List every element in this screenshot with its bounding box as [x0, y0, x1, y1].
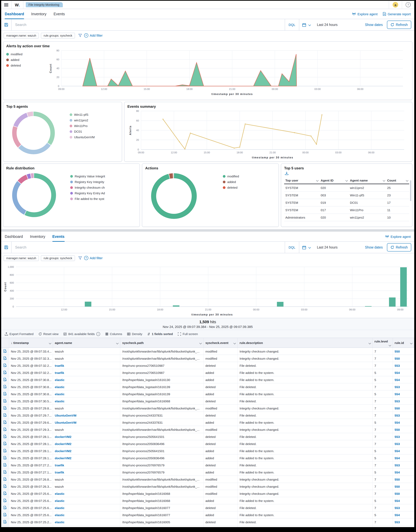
cell-rule-id[interactable]: 550 — [393, 426, 414, 433]
cell-timestamp[interactable]: Nov 25, 2025 @ 09:07:32.3... — [9, 355, 53, 362]
cell-timestamp[interactable]: Nov 25, 2025 @ 09:07:28.1... — [9, 433, 53, 440]
cell-rule-id[interactable]: 550 — [393, 483, 414, 490]
legend-item[interactable]: Registry Value Integrit — [70, 174, 105, 178]
inspect-row-button[interactable] — [1, 497, 9, 504]
inspect-row-button[interactable] — [1, 369, 9, 376]
col-agent-name[interactable]: Agent name — [349, 177, 386, 184]
cell-timestamp[interactable]: Nov 25, 2025 @ 09:07:25.6... — [9, 490, 53, 497]
tab-inventory[interactable]: Inventory — [30, 232, 45, 241]
inspect-row-button[interactable] — [1, 461, 9, 469]
cell-timestamp[interactable]: Nov 25, 2025 @ 09:07:28.1... — [9, 454, 53, 461]
legend-item[interactable]: Registry Key Entry Ad — [70, 191, 105, 195]
cell-timestamp[interactable]: Nov 25, 2025 @ 09:07:29.7... — [9, 412, 53, 419]
legend-item[interactable]: Registry Key Integrity — [70, 180, 105, 184]
cell-agent-name[interactable]: wazuh — [53, 525, 120, 527]
col-timestamp[interactable]: ↓timestamp — [9, 338, 53, 348]
cell-agent-name[interactable]: traefik — [53, 469, 120, 476]
col-top-user[interactable]: Top user — [284, 177, 320, 184]
cell-rule-id[interactable]: 554 — [393, 376, 414, 383]
cell-agent-name[interactable]: dockerVM2 — [53, 447, 120, 454]
filter-pill[interactable]: rule.groups: syscheck — [41, 255, 75, 261]
tab-events[interactable]: Events — [54, 9, 65, 19]
explore-agent-link[interactable]: Explore agent — [385, 235, 411, 238]
table-row[interactable]: SYSTEM 003 Win11-pfS 23 — [284, 191, 409, 199]
cell-agent-name[interactable]: wazuh — [53, 483, 120, 490]
cell-agent-name[interactable]: elastic — [53, 398, 120, 405]
cell-rule-id[interactable]: 553 — [393, 433, 414, 440]
cell-agent-name[interactable]: elastic — [53, 504, 120, 511]
cell-rule-id[interactable]: 553 — [393, 383, 414, 390]
cell-rule-id[interactable]: 550 — [393, 476, 414, 483]
cell-rule-id[interactable]: 553 — [393, 440, 414, 447]
inspect-row-button[interactable] — [1, 504, 9, 511]
cell-agent-name[interactable]: wazuh — [53, 348, 120, 355]
legend-item[interactable]: win11pro2 — [70, 118, 95, 122]
cell-timestamp[interactable]: Nov 25, 2025 @ 09:07:30.5... — [9, 398, 53, 405]
cell-rule-id[interactable]: 550 — [393, 355, 414, 362]
available-fields-button[interactable]: 841 available fields i — [64, 332, 100, 336]
inspect-row-button[interactable] — [1, 490, 9, 497]
search-input[interactable] — [11, 19, 285, 30]
col-rule-description[interactable]: rule.description — [238, 338, 372, 348]
cell-agent-name[interactable]: traefik — [53, 369, 120, 376]
legend-item[interactable]: File added to the syst — [70, 197, 105, 200]
legend-item[interactable]: deleted — [6, 64, 48, 67]
export-formatted-button[interactable]: Export Formatted — [5, 332, 33, 336]
filter-pill[interactable]: manager.name: wazuh — [4, 255, 39, 261]
col-agent-id[interactable]: Agent ID — [320, 177, 349, 184]
cell-agent-name[interactable]: wazuh — [53, 355, 120, 362]
cell-timestamp[interactable]: Nov 25, 2025 @ 09:07:32.2... — [9, 362, 53, 369]
inspect-row-button[interactable] — [1, 469, 9, 476]
generate-report-link[interactable]: Generate report — [383, 12, 411, 16]
time-range-value[interactable]: Last 24 hours — [313, 242, 365, 253]
columns-button[interactable]: Columns — [105, 332, 122, 336]
inspect-row-button[interactable] — [1, 405, 9, 412]
legend-item[interactable]: UbuntuGenVM — [70, 135, 95, 139]
tab-dashboard[interactable]: Dashboard — [5, 9, 24, 19]
inspect-row-button[interactable] — [1, 376, 9, 383]
save-query-icon[interactable] — [1, 19, 11, 30]
cell-timestamp[interactable]: Nov 25, 2025 @ 09:07:25.6... — [9, 504, 53, 511]
cell-timestamp[interactable]: Nov 25, 2025 @ 09:07:28.1... — [9, 447, 53, 454]
cell-rule-id[interactable]: 554 — [393, 511, 414, 518]
inspect-row-button[interactable] — [1, 511, 9, 518]
help-icon[interactable]: ? — [406, 2, 411, 7]
col-syscheck-path[interactable]: syscheck.path — [120, 338, 203, 348]
cell-rule-id[interactable]: 554 — [393, 497, 414, 504]
cell-timestamp[interactable]: Nov 25, 2025 @ 09:07:29.3... — [9, 426, 53, 433]
cell-agent-name[interactable]: elastic — [53, 497, 120, 504]
cell-agent-name[interactable]: elastic — [53, 376, 120, 383]
inspect-row-button[interactable] — [1, 454, 9, 461]
cell-rule-id[interactable]: 554 — [393, 419, 414, 426]
filter-funnel-icon[interactable] — [78, 256, 82, 260]
col-count[interactable]: Count — [386, 177, 409, 184]
inspect-row-button[interactable] — [1, 398, 9, 405]
wazuh-logo[interactable]: W. — [11, 2, 23, 7]
cell-agent-name[interactable]: traefik — [53, 362, 120, 369]
cell-agent-name[interactable]: wazuh — [53, 405, 120, 412]
cell-rule-id[interactable]: 553 — [393, 504, 414, 511]
inspect-row-button[interactable] — [1, 447, 9, 454]
cell-agent-name[interactable]: elastic — [53, 490, 120, 497]
show-dates-link[interactable]: Show dates — [365, 19, 387, 30]
cell-timestamp[interactable]: Nov 25, 2025 @ 09:07:25.6... — [9, 497, 53, 504]
cell-rule-id[interactable]: 554 — [393, 447, 414, 454]
cell-rule-id[interactable]: 553 — [393, 461, 414, 469]
cell-timestamp[interactable]: Nov 25, 2025 @ 09:07:33.4... — [9, 348, 53, 355]
avatar[interactable]: a — [393, 2, 398, 8]
inspect-row-button[interactable] — [1, 383, 9, 390]
search-input[interactable] — [11, 242, 285, 253]
legend-item[interactable]: Win11Pro — [70, 124, 95, 128]
agents-donut-chart[interactable] — [11, 111, 55, 155]
col-rule-level[interactable]: rule.level — [372, 338, 393, 348]
tab-dashboard[interactable]: Dashboard — [5, 232, 23, 241]
date-picker-icon[interactable] — [299, 242, 313, 253]
filter-pill[interactable]: rule.groups: syscheck — [41, 33, 75, 38]
inspect-row-button[interactable] — [1, 433, 9, 440]
explore-agent-link[interactable]: Explore agent — [352, 12, 378, 16]
cell-rule-id[interactable]: 550 — [393, 405, 414, 412]
cell-rule-id[interactable]: 553 — [393, 362, 414, 369]
cell-rule-id[interactable]: 550 — [393, 490, 414, 497]
cell-timestamp[interactable]: Nov 25, 2025 @ 09:07:26.8... — [9, 476, 53, 483]
rules-donut-chart[interactable] — [11, 173, 57, 218]
